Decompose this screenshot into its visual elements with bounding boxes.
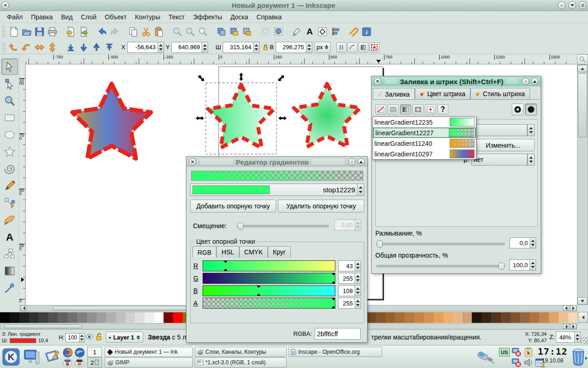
keyboard-layout-indicator[interactable]: US [499, 348, 510, 356]
app-launcher-2[interactable] [74, 358, 85, 368]
tool-calligraphy[interactable] [1, 212, 18, 228]
scroll-right-icon[interactable] [570, 305, 577, 311]
redo-icon[interactable] [109, 26, 121, 38]
gradient-list-item[interactable]: linearGradient12235 [373, 117, 476, 127]
tab-stroke-style[interactable]: Стиль штриха [470, 88, 530, 99]
horizontal-ruler[interactable]: -750 -500 -250 0 250 500 750 1000 1250 1… [26, 54, 577, 64]
palette-color[interactable] [145, 312, 154, 323]
usb-device-icon[interactable] [475, 348, 497, 366]
palette-color[interactable] [453, 312, 463, 323]
stop-selector[interactable]: stop12229 [190, 184, 364, 196]
menu-file[interactable]: Файл [3, 12, 27, 22]
delete-stop-button[interactable]: Удалить опорную точку [278, 200, 364, 213]
rgba-input[interactable]: 2bff6cff [315, 328, 361, 339]
tool-dropper[interactable] [1, 280, 18, 296]
menu-whiteboard[interactable]: Доска [226, 12, 253, 22]
palette-color[interactable] [405, 312, 414, 323]
tool-rectangle[interactable] [1, 109, 18, 126]
about-icon[interactable]: i [361, 26, 373, 38]
task-gimp-layers[interactable]: Слои, Каналы, Контуры [195, 347, 287, 357]
menu-text[interactable]: Текст [164, 12, 189, 22]
print-document-icon[interactable] [46, 26, 58, 38]
cut-icon[interactable] [140, 26, 152, 38]
palette-color[interactable] [58, 312, 68, 323]
scroll-left-icon[interactable] [21, 305, 27, 311]
menu-object[interactable]: Объект [101, 12, 131, 22]
dialog-close-icon[interactable]: ✕ [189, 158, 196, 166]
gradient-list-item[interactable]: linearGradient11240 [373, 138, 476, 149]
tool-pencil[interactable] [1, 178, 18, 194]
palette-color[interactable] [0, 312, 10, 323]
palette-color[interactable] [10, 312, 19, 323]
palette-color[interactable] [472, 312, 481, 323]
task-inkscape[interactable]: Новый документ 1 — Ink [105, 347, 193, 357]
copy-icon[interactable] [127, 26, 139, 38]
tool-spiral[interactable] [1, 161, 18, 177]
trash-icon[interactable] [571, 347, 586, 367]
star-yellow-blue-red[interactable] [72, 84, 151, 159]
blur-slider[interactable] [376, 243, 505, 245]
palette-color[interactable] [116, 312, 125, 323]
palette-color[interactable] [135, 312, 145, 323]
tool-zoom[interactable] [1, 92, 18, 109]
task-gimp[interactable]: GIMP [105, 357, 193, 368]
palette-color[interactable] [549, 312, 559, 323]
resize-grip[interactable] [581, 337, 588, 344]
panel-hide-icon[interactable] [585, 354, 588, 362]
green-slider[interactable] [203, 273, 335, 284]
fill-stroke-dialog-icon[interactable] [291, 26, 303, 38]
zoom-spinbox[interactable]: 48% [556, 332, 581, 343]
zoom-corner-button[interactable] [577, 54, 588, 64]
palette-color[interactable] [173, 312, 183, 323]
select-original-icon[interactable] [260, 26, 271, 38]
gradient-list-item-selected[interactable]: linearGradient12227 [373, 127, 476, 138]
fill-rule-evenodd-icon[interactable] [512, 104, 524, 115]
toolbar-grip[interactable] [2, 42, 6, 53]
duplicate-icon[interactable] [215, 26, 227, 38]
rotate-ccw-icon[interactable] [8, 41, 20, 53]
palette-color[interactable] [376, 312, 385, 323]
palette-color[interactable] [481, 312, 491, 323]
menu-view[interactable]: Вид [57, 12, 77, 22]
zoom-selection-icon[interactable] [171, 26, 183, 38]
palette-color[interactable] [491, 312, 501, 323]
layer-selector[interactable]: •Layer 1 [106, 332, 143, 343]
tool-text[interactable]: A [1, 229, 18, 245]
lower-to-bottom-icon[interactable] [65, 41, 77, 53]
lower-icon[interactable] [78, 41, 90, 53]
open-document-icon[interactable] [21, 26, 33, 38]
align-dialog-icon[interactable] [329, 26, 341, 38]
pager-desktop-2[interactable]: 2 [87, 357, 102, 368]
lock-ratio-icon[interactable] [262, 41, 269, 53]
scroll-right-icon[interactable] [570, 324, 577, 329]
palette-color[interactable] [414, 312, 424, 323]
menu-help[interactable]: Справка [252, 12, 286, 22]
pager-desktop-1[interactable]: 1 [87, 347, 102, 357]
window-menu-icon[interactable]: ⊘ [579, 1, 587, 9]
blur-spinbox[interactable]: 0,0 [509, 237, 536, 248]
window-maximize-icon[interactable] [568, 1, 576, 9]
palette-color[interactable] [385, 312, 395, 323]
tool-node-editor[interactable] [1, 75, 18, 92]
height-spinbox[interactable]: 296,275 [276, 42, 312, 53]
import-document-icon[interactable] [65, 26, 77, 38]
dialog-close-icon[interactable]: ✕ [374, 78, 381, 85]
tool-star[interactable] [1, 144, 18, 160]
tab-rgb[interactable]: RGB [192, 246, 216, 258]
task-openoffice[interactable]: Inscape - OpenOffice.org [288, 347, 382, 357]
affect-gradients-toggle[interactable] [358, 42, 368, 52]
scale-handle-w[interactable] [196, 116, 204, 121]
scroll-left-icon[interactable] [563, 305, 569, 311]
affect-stroke-toggle[interactable] [336, 42, 346, 52]
window-close-icon[interactable]: ✕ [1, 1, 9, 9]
scrollbar-thumb[interactable] [4, 324, 82, 328]
title-bar[interactable]: ✕ Новый документ 1 — Inkscape ○ ⊘ [0, 0, 588, 11]
repeat-combobox[interactable]: нет [471, 154, 535, 166]
dialog-rollup-icon[interactable] [357, 158, 365, 166]
vertical-scrollbar[interactable] [577, 64, 588, 305]
palette-color[interactable] [68, 312, 77, 323]
red-spinbox[interactable]: 43 [338, 260, 361, 271]
preferences-icon[interactable] [348, 26, 360, 38]
palette-color[interactable] [559, 312, 568, 323]
tab-hsl[interactable]: HSL [216, 246, 239, 258]
